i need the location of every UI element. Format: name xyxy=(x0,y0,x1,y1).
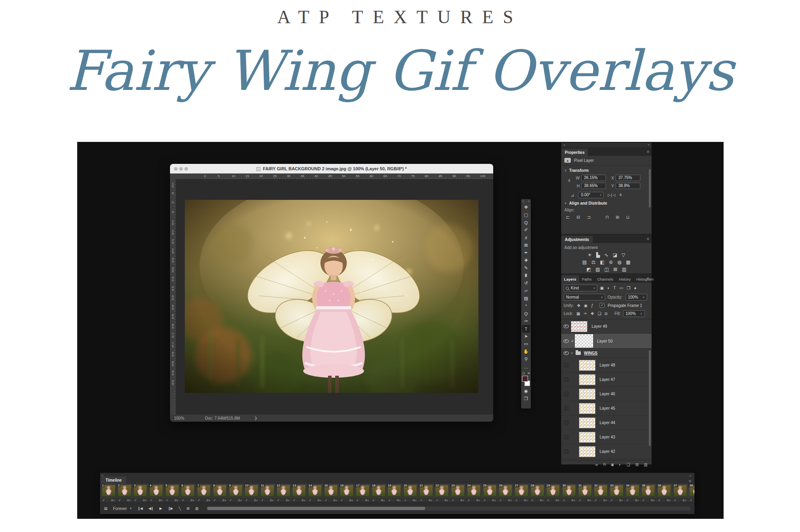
timeline-frame[interactable]: 21✓0∨ xyxy=(418,484,434,503)
filter-smart-object-icon[interactable]: ❒ xyxy=(627,286,630,290)
frame-delay-select[interactable]: 0∨ xyxy=(492,498,496,502)
threshold-icon[interactable]: ◫ xyxy=(604,267,609,272)
filter-adjustment-icon[interactable]: ◐ xyxy=(607,286,610,290)
timeline-frame[interactable]: 27✓0∨ xyxy=(514,484,530,503)
layer-row[interactable]: Layer 48 xyxy=(561,358,652,373)
tab-adjustments[interactable]: Adjustments xyxy=(561,236,593,243)
align-center-horizontal-icon[interactable]: ⊟ xyxy=(576,215,580,220)
panel-close-icon[interactable]: × xyxy=(563,143,565,147)
timeline-frame[interactable]: 23✓0∨ xyxy=(450,484,466,503)
filter-shape-icon[interactable]: ▭ xyxy=(620,286,623,290)
timeline-frame[interactable]: 25✓0∨ xyxy=(482,484,498,503)
layer-row[interactable]: Layer 46 xyxy=(561,387,652,401)
new-adjustment-layer-icon[interactable]: ◐ xyxy=(619,462,621,467)
frame-delay-select[interactable]: 0∨ xyxy=(349,498,353,502)
filter-pin-icon[interactable]: ● xyxy=(634,286,636,290)
align-middle-vertical-icon[interactable]: ⊞ xyxy=(616,215,619,220)
eye-empty[interactable] xyxy=(561,363,571,367)
frame-delay-select[interactable]: 0∨ xyxy=(429,498,433,502)
frame-delay-select[interactable]: 0∨ xyxy=(302,498,306,502)
eye-empty[interactable] xyxy=(561,435,571,439)
frame-delay-select[interactable]: 0∨ xyxy=(572,498,576,502)
eye-icon[interactable] xyxy=(561,351,571,355)
timeline-frame[interactable]: 1✓0∨ xyxy=(101,484,117,503)
frame-delay-select[interactable]: 0∨ xyxy=(318,498,322,502)
clone-stamp-tool[interactable]: ♜ xyxy=(522,272,530,279)
rectangle-tool[interactable]: ▭ xyxy=(522,340,530,348)
timeline-frame[interactable]: 15✓0∨ xyxy=(323,484,339,503)
frame-tool[interactable]: ⊠ xyxy=(522,241,530,249)
tween-button[interactable]: ╲ xyxy=(179,506,180,510)
layer-thumbnail[interactable] xyxy=(575,334,593,348)
y-field[interactable]: 38.8% xyxy=(616,183,640,189)
previous-frame-button[interactable]: ◀❙ xyxy=(148,506,153,510)
timeline-frame[interactable]: 11✓0∨ xyxy=(260,484,276,503)
frame-delay-select[interactable]: 0∨ xyxy=(556,498,560,502)
status-arrow-icon[interactable]: ❯ xyxy=(254,416,258,420)
levels-icon[interactable]: ▙ xyxy=(596,252,600,258)
frame-delay-select[interactable]: 0∨ xyxy=(667,498,671,502)
eye-empty[interactable] xyxy=(561,449,571,454)
pen-tool[interactable]: ✑ xyxy=(522,317,530,325)
eye-empty[interactable] xyxy=(561,377,571,382)
flip-horizontal-icon[interactable]: ▷❘◁ xyxy=(608,193,615,197)
properties-scrollbar[interactable] xyxy=(649,169,651,207)
fill-select[interactable]: 100%∨ xyxy=(623,310,645,317)
timeline-frame[interactable]: 30✓0∨ xyxy=(561,484,577,503)
dodge-tool[interactable]: Ϙ xyxy=(522,310,530,317)
layer-group-row[interactable]: ∨WINGS xyxy=(561,349,652,358)
lock-artboard-icon[interactable]: ❏ xyxy=(598,311,601,316)
eye-empty[interactable] xyxy=(561,420,571,425)
delete-frame-button[interactable]: ▥ xyxy=(195,506,198,510)
toolbar-expand-icon[interactable]: » xyxy=(528,199,530,203)
transform-caret-icon[interactable]: ∨ xyxy=(564,169,567,172)
timeline-frame[interactable]: 31✓0∨ xyxy=(577,484,593,503)
vibrance-icon[interactable]: ▽ xyxy=(622,252,625,258)
canvas-area[interactable] xyxy=(176,179,493,414)
align-right-icon[interactable]: ⊐ xyxy=(587,215,590,220)
eyedropper-tool[interactable]: ✒ xyxy=(522,249,530,257)
lock-image-icon[interactable]: ✑ xyxy=(584,311,587,316)
blend-mode-select[interactable]: Normal∨ xyxy=(564,294,605,301)
tab-paths[interactable]: Paths xyxy=(579,275,594,283)
timeline-collapse-icon[interactable]: « xyxy=(690,474,691,478)
frame-delay-select[interactable]: 0∨ xyxy=(397,498,401,502)
new-layer-icon[interactable]: ⊞ xyxy=(635,462,638,467)
foreground-color-swatch[interactable] xyxy=(522,376,528,382)
flip-vertical-icon[interactable]: ≚ xyxy=(619,193,622,197)
filter-kind-select[interactable]: Kind ∨ xyxy=(564,285,597,291)
frame-delay-select[interactable]: 0∨ xyxy=(508,498,512,502)
layer-thumbnail[interactable] xyxy=(571,321,588,332)
timeline-frame[interactable]: 8✓0∨ xyxy=(212,484,228,503)
frame-delay-select[interactable]: 0∨ xyxy=(460,498,464,502)
unify-visibility-icon[interactable]: ◉ xyxy=(584,303,588,308)
link-layers-icon[interactable]: ∞ xyxy=(595,462,598,467)
layer-row[interactable]: Layer 47 xyxy=(561,373,652,387)
layer-row[interactable]: Layer 42 xyxy=(561,444,652,459)
timeline-frame[interactable]: 16✓0∨ xyxy=(339,484,355,503)
brightness-contrast-icon[interactable]: ☀ xyxy=(588,252,592,258)
exposure-icon[interactable]: ◪ xyxy=(613,252,617,258)
timeline-frame[interactable]: 19✓0∨ xyxy=(386,484,402,503)
frame-delay-select[interactable]: 0∨ xyxy=(524,498,528,502)
timeline-frame[interactable]: 22✓0∨ xyxy=(434,484,450,503)
timeline-frame[interactable]: 6✓0∨ xyxy=(180,484,196,503)
adjustments-menu-icon[interactable]: ≡ xyxy=(647,237,649,241)
height-field[interactable]: 38.65% xyxy=(581,183,606,189)
frame-delay-select[interactable]: 0∨ xyxy=(540,498,544,502)
layer-thumbnail[interactable] xyxy=(579,446,596,457)
lock-all-icon[interactable]: ◘ xyxy=(605,311,607,316)
layer-style-icon[interactable]: fx xyxy=(603,462,606,466)
timeline-frame[interactable]: 37✓0∨ xyxy=(672,484,688,503)
timeline-frame[interactable]: 10✓0∨ xyxy=(244,484,260,503)
move-tool[interactable]: ✥ xyxy=(522,203,530,211)
timeline-frame[interactable]: 9✓0∨ xyxy=(228,484,244,503)
object-selection-tool[interactable]: ✐ xyxy=(522,226,530,234)
timeline-frame[interactable]: 38✓0∨ xyxy=(688,484,694,503)
panel-collapse-icon[interactable]: « xyxy=(648,143,650,147)
timeline-frame[interactable]: 28✓0∨ xyxy=(530,484,546,503)
convert-video-timeline-icon[interactable]: ▤ xyxy=(104,506,107,510)
color-balance-icon[interactable]: ⚖ xyxy=(591,259,596,265)
black-white-icon[interactable]: ◧ xyxy=(600,259,604,265)
zoom-level[interactable]: 100% xyxy=(174,416,184,420)
